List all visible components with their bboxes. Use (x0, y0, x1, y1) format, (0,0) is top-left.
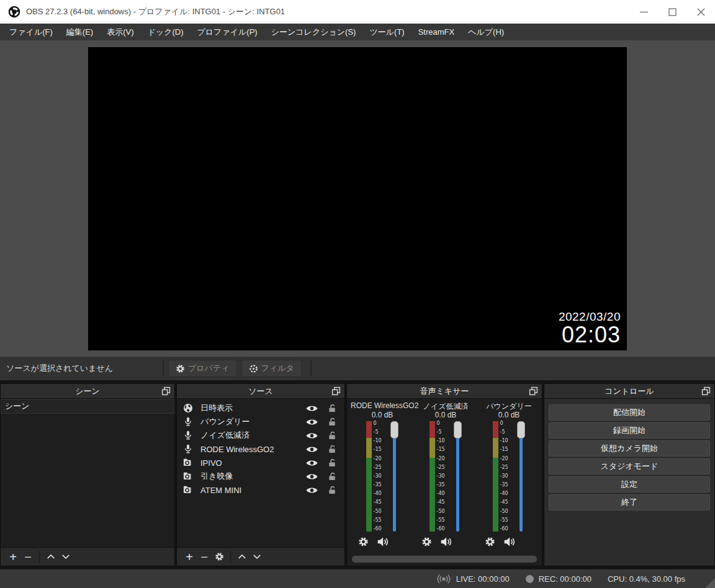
record-dot-icon (526, 575, 534, 583)
menu-profile[interactable]: プロファイル(P) (190, 24, 264, 40)
start-recording-button[interactable]: 録画開始 (549, 422, 710, 439)
mixer-panel-header[interactable]: 音声ミキサー (347, 384, 542, 399)
preview-canvas[interactable]: 2022/03/20 02:03 (88, 47, 627, 350)
meter-scale: 0-5-10-15-20-25-30-35-40-45-50-55-60 (437, 421, 451, 532)
lock-open-icon[interactable] (325, 483, 340, 497)
menu-help[interactable]: ヘルプ(H) (461, 24, 511, 40)
lock-open-icon[interactable] (325, 401, 340, 416)
chevron-down-icon (61, 553, 70, 560)
minimize-button[interactable] (629, 0, 658, 24)
visibility-eye-icon[interactable] (304, 455, 319, 470)
source-up-button[interactable] (235, 550, 250, 564)
audio-settings-gear-icon[interactable] (421, 537, 432, 550)
scene-up-button[interactable] (43, 550, 58, 564)
resize-grip[interactable] (705, 578, 715, 588)
mute-speaker-icon[interactable] (377, 537, 389, 550)
lock-open-icon[interactable] (325, 442, 340, 457)
source-row[interactable]: バウンダリー (177, 415, 344, 429)
add-source-button[interactable]: + (182, 550, 197, 564)
visibility-eye-icon[interactable] (304, 442, 319, 457)
menu-tools[interactable]: ツール(T) (362, 24, 411, 40)
obs-logo-icon (8, 6, 20, 18)
volume-slider[interactable] (453, 421, 462, 532)
mute-speaker-icon[interactable] (503, 537, 516, 550)
volume-meter (366, 421, 372, 532)
start-streaming-button[interactable]: 配信開始 (549, 404, 710, 421)
menu-streamfx[interactable]: StreamFX (411, 25, 462, 39)
volume-slider-handle[interactable] (517, 421, 525, 439)
remove-source-button[interactable]: − (197, 550, 212, 564)
source-row[interactable]: ノイズ低減済 (177, 429, 344, 442)
volume-slider[interactable] (516, 421, 526, 532)
add-scene-button[interactable]: + (6, 550, 20, 564)
scenes-panel-title: シーン (75, 386, 100, 397)
volume-slider-handle[interactable] (390, 421, 398, 439)
audio-settings-gear-icon[interactable] (358, 537, 369, 550)
menu-scene-collection[interactable]: シーンコレクション(S) (264, 24, 363, 40)
menu-view[interactable]: 表示(V) (100, 24, 140, 40)
preview-background: 2022/03/20 02:03 (0, 40, 715, 357)
source-row[interactable]: 引き映像 (177, 470, 344, 483)
filter-button[interactable]: フィルタ (241, 360, 302, 377)
volume-slider-handle[interactable] (454, 421, 462, 439)
visibility-eye-icon[interactable] (304, 414, 319, 429)
rec-time: REC: 00:00:00 (539, 574, 591, 584)
scene-item-selected[interactable]: シーン (1, 399, 174, 414)
microphone-icon (182, 430, 194, 440)
audio-settings-gear-icon[interactable] (485, 537, 495, 550)
meter-scale-tick: -15 (437, 447, 451, 452)
volume-slider[interactable] (390, 421, 399, 532)
properties-button[interactable]: プロパティ (168, 360, 237, 377)
source-properties-button[interactable] (212, 550, 227, 564)
lock-open-icon[interactable] (325, 414, 340, 429)
source-row[interactable]: IPIVO (177, 456, 344, 470)
sources-panel-header[interactable]: ソース (177, 384, 344, 399)
source-row[interactable]: 日時表示 (177, 401, 344, 415)
mute-speaker-icon[interactable] (440, 537, 452, 550)
visibility-eye-icon[interactable] (304, 428, 319, 443)
start-virtual-camera-button[interactable]: 仮想カメラ開始 (549, 440, 710, 457)
popout-icon[interactable] (161, 386, 171, 396)
source-down-button[interactable] (250, 550, 264, 564)
remove-scene-button[interactable]: − (20, 550, 35, 564)
sources-list: 日時表示 バウンダリー ノイズ低減済 (177, 399, 344, 547)
menu-edit[interactable]: 編集(E) (60, 24, 100, 40)
scene-down-button[interactable] (58, 550, 73, 564)
lock-open-icon[interactable] (325, 455, 340, 470)
microphone-icon (182, 417, 194, 427)
source-label: 日時表示 (200, 403, 233, 414)
popout-icon[interactable] (529, 386, 538, 396)
visibility-eye-icon[interactable] (304, 401, 319, 416)
studio-mode-button[interactable]: スタジオモード (549, 458, 710, 474)
meter-scale-tick: -20 (437, 457, 451, 461)
meter-scale-tick: -35 (437, 483, 451, 488)
chevron-down-icon (253, 553, 261, 560)
popout-icon[interactable] (701, 386, 711, 396)
meter-scale-tick: -45 (374, 500, 388, 505)
meter-scale-tick: -60 (374, 527, 388, 532)
popout-icon[interactable] (331, 386, 341, 396)
controls-panel-header[interactable]: コントロール (544, 384, 714, 399)
menu-dock[interactable]: ドック(D) (141, 24, 191, 40)
close-icon (697, 8, 705, 16)
exit-button[interactable]: 終了 (549, 494, 710, 510)
meter-scale-tick: 0 (374, 421, 388, 426)
mixer-scrollbar[interactable] (352, 556, 537, 563)
scenes-panel-header[interactable]: シーン (1, 384, 174, 399)
close-button[interactable] (686, 0, 715, 24)
source-label: ATEM MINI (200, 486, 241, 495)
scene-label: シーン (5, 401, 30, 412)
title-bar[interactable]: OBS 27.2.3 (64-bit, windows) - プロファイル: I… (0, 0, 715, 24)
settings-button[interactable]: 設定 (549, 476, 710, 492)
maximize-button[interactable] (658, 0, 686, 24)
lock-open-icon[interactable] (325, 428, 340, 443)
visibility-eye-icon[interactable] (304, 469, 319, 484)
meter-scale-tick: -50 (500, 509, 515, 514)
meter-scale-tick: -5 (374, 430, 388, 435)
menu-file[interactable]: ファイル(F) (2, 24, 60, 40)
lock-open-icon[interactable] (325, 469, 340, 484)
visibility-eye-icon[interactable] (304, 483, 319, 497)
source-row[interactable]: RODE WirelessGO2 (177, 442, 344, 456)
source-row[interactable]: ATEM MINI (177, 483, 344, 497)
filter-icon (249, 364, 258, 373)
